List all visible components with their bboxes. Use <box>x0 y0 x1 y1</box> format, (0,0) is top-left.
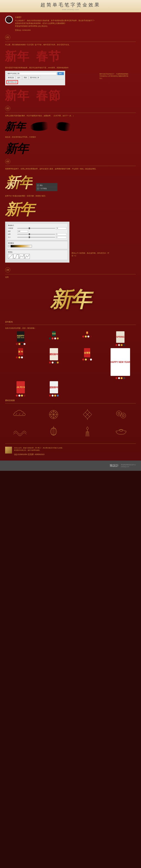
ps-label: 不透明度 <box>8 227 17 229</box>
poster-thumbnail: HAPPY NEW YEAR <box>111 348 130 376</box>
color-swatch <box>24 343 25 345</box>
color-swatches <box>116 377 125 379</box>
sample-text: 新年 <box>5 88 30 104</box>
author-intro: 大麦茶* 马上快放假了，相信大家现在都是忙着做专题，新手考虑新站重点要求毛笔宇效… <box>5 16 136 32</box>
final-gold-text: 新年 <box>5 285 136 314</box>
page-subtitle: www.zhisheji.com <box>62 8 79 10</box>
author-name: 大麦茶* <box>15 16 94 19</box>
color-swatch <box>118 344 120 346</box>
intro-line: 马上快放假了，相信大家现在都是忙着做专题，新手考虑新站重点要求毛笔宇效果，某众新… <box>15 20 94 22</box>
converter-tab[interactable]: 放大 <box>16 76 22 79</box>
footer-text-block: 关注公众号，新春不定期分享，同*-网工*，有分享分集设计经验只心相觉 希望新年到… <box>14 447 62 456</box>
poster-text: JA PO N <box>17 386 25 389</box>
ps-size-input[interactable] <box>56 236 67 239</box>
poster-text: 金潑堂 <box>84 351 90 354</box>
sample-text: 新年 <box>5 48 30 64</box>
color-swatches <box>16 343 25 345</box>
poster-subtext: NEW YEAR <box>17 337 24 338</box>
ps-distance-input[interactable] <box>56 233 67 236</box>
ps-bevel-section: 新建模式 不透明度 角度 距离 大小 <box>7 223 68 240</box>
converter-tab[interactable]: 标准渲染 <box>6 76 16 79</box>
color-swatch <box>54 362 56 364</box>
color-swatch <box>52 395 53 397</box>
color-swatch <box>116 344 117 346</box>
ps-gradient-bar[interactable] <box>10 245 32 247</box>
tool-row[interactable]: 描边 <box>37 184 56 187</box>
trace-tool-icon <box>37 184 39 186</box>
ps-contour-option[interactable] <box>14 254 19 259</box>
brush-stroke-icon <box>55 121 72 132</box>
color-swatch <box>121 344 122 346</box>
color-swatch <box>49 395 51 397</box>
color-swatches <box>82 336 92 338</box>
ps-opacity-input[interactable] <box>56 227 67 229</box>
step-number-04: 04 <box>5 267 10 272</box>
ps-angle-input[interactable] <box>17 230 28 232</box>
poster-grid: HAPPYNEW YEAR016春SPRING賀 年躍迎新年金潑堂HAPPY N… <box>5 331 136 397</box>
poster-cell: 賀 年 <box>5 348 36 379</box>
footer-line: 希望新年到来之时，彼伴大家带到相应。 <box>14 449 62 452</box>
brush-text-sample: 新年 <box>5 120 26 133</box>
ps-contour-section: 等高线 <box>7 250 68 260</box>
ornament-circle-pattern-icon <box>39 408 69 421</box>
ps-label: 大小 <box>8 236 17 238</box>
poster-text: 016 <box>52 333 56 335</box>
color-swatches <box>49 362 59 364</box>
brush-combined-result: 新年 <box>5 141 136 157</box>
step-02-desc: 在网上搜索 笔刷毛触 素材，对文字裁剪进行组合，如图效果。（文式不限，自行下一步… <box>5 113 136 117</box>
gold-text-row: 新年 描边 T 文字描边 <box>5 173 136 192</box>
ps-label: 角度 <box>8 230 17 232</box>
converter-submit-button[interactable]: 确认 <box>57 72 64 75</box>
color-swatch <box>57 362 59 364</box>
poster-cell: HAPPY NEW YEAR <box>105 348 136 379</box>
author-qq: 贸易QQ: 315901054 <box>15 29 94 32</box>
poster-thumbnail: 金潑堂 <box>84 348 90 357</box>
converter-input[interactable] <box>6 72 56 75</box>
color-swatches <box>16 356 25 359</box>
author-avatar <box>5 16 13 24</box>
color-swatches <box>116 344 125 346</box>
step-01-note: 因为毛笔字可能没有简体效果，我们可以给宇体转下面，99%有用，其那种体的除外 <box>5 67 136 69</box>
step-number-03: 03 <box>5 159 10 164</box>
ai-tool-panel: 描边 T 文字描边 <box>36 183 57 191</box>
color-swatch <box>88 359 89 361</box>
ornament-cloud-icon <box>5 408 35 421</box>
poster-cell: SPRING <box>105 331 136 346</box>
poster-text: HAPPY NEW YEAR <box>111 361 130 363</box>
poster-cell: 謹賀新年 <box>38 381 69 397</box>
color-swatches <box>16 395 25 397</box>
poster-thumbnail: 016 <box>52 331 56 336</box>
ps-contour-option[interactable] <box>19 254 24 259</box>
brand-name: 致設計 <box>110 464 119 468</box>
colors-section-title: 新年配色 <box>5 321 136 325</box>
ps-opacity-slider[interactable] <box>17 228 55 228</box>
color-swatch <box>88 336 89 338</box>
poster-thumbnail: 躍迎新年 <box>50 348 58 360</box>
poster-text: 謹賀新年 <box>50 386 58 389</box>
poster-cell: 躍迎新年 <box>38 348 69 379</box>
page-title: 超简单毛笔字烫金效果 <box>41 2 100 8</box>
ps-checkbox[interactable] <box>8 245 10 247</box>
ps-contour-option[interactable] <box>25 254 30 259</box>
main-content: 大麦茶* 马上快放假了，相信大家现在都是忙着做专题，新手考虑新站重点要求毛笔宇效… <box>0 12 141 461</box>
ps-distance-slider[interactable] <box>17 234 55 235</box>
ornament-knot-icon <box>73 408 102 421</box>
poster-cell: JA PO N <box>5 381 36 397</box>
color-swatch <box>52 362 53 364</box>
brush-combination-row: 新年 <box>5 120 136 133</box>
converter-tab[interactable]: 图片转化工具 <box>29 76 41 79</box>
color-swatch <box>54 395 56 397</box>
ornament-wave-icon <box>5 425 35 438</box>
poster-text: 賀 年 <box>18 350 23 353</box>
color-swatch <box>19 395 20 397</box>
ps-contour-option[interactable] <box>8 254 13 259</box>
poster-cell: HAPPYNEW YEAR <box>5 331 36 346</box>
converter-tab[interactable]: 高级 <box>22 76 28 79</box>
tool-row[interactable]: T 文字描边 <box>37 187 56 190</box>
color-swatch <box>121 377 122 379</box>
color-swatch <box>82 336 84 338</box>
color-swatch <box>57 395 59 397</box>
ps-size-slider[interactable] <box>17 237 55 238</box>
brush-stroke-icon <box>29 121 49 132</box>
step-03-note2: 效果不$？欧缓达成效果图 + 新面详解（海报线+项面） <box>5 195 136 197</box>
